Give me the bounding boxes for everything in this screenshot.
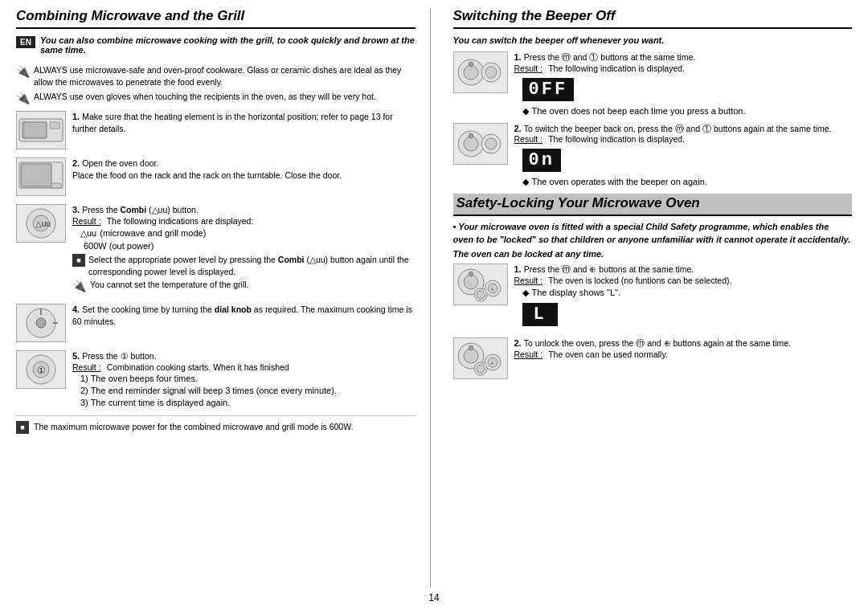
svg-point-24: [464, 137, 478, 151]
safety-sub: The oven can be locked at any time.: [453, 249, 853, 259]
step-img-2: [16, 157, 66, 196]
svg-rect-5: [21, 164, 51, 186]
beeper-step-row-2: 2. To switch the beeper back on, press t…: [453, 123, 853, 188]
beeper-step-2-num: 2.: [514, 124, 522, 133]
step-5-text: Press the ① button.: [82, 351, 156, 361]
safety-step-row-2: + 2. To unlock the oven, press the ⓜ and…: [453, 337, 853, 379]
bottom-note: ■ The maximum microwave power for the co…: [16, 415, 416, 434]
safety-step-row-1: + 1. Press the ⓜ and ⊕ buttons at the sa…: [453, 264, 853, 331]
left-intro: You can also combine microwave cooking w…: [40, 35, 416, 55]
svg-point-30: [469, 272, 473, 276]
en-badge: EN: [16, 36, 35, 48]
safety-step-img-2: +: [453, 337, 508, 379]
step-2-text: Open the oven door.Place the food on the…: [72, 158, 342, 180]
step-row-3: △uu 3. Press the Combi (△uu) button. Res…: [16, 204, 416, 296]
beeper-step-2-result-label: Result :: [514, 134, 543, 144]
svg-text:+: +: [490, 360, 494, 367]
step-3-result-text: The following indications are displayed:: [107, 216, 254, 226]
right-column: Switching the Beeper Off You can switch …: [447, 8, 853, 587]
beeper-step-2-text: To switch the beeper back on, press the …: [524, 124, 832, 133]
beeper-section: Switching the Beeper Off You can switch …: [453, 8, 853, 187]
note-1: 🔌 ALWAYS use microwave-safe and oven-pro…: [16, 64, 416, 88]
step-row-5: ① 5. Press the ① button. Result : Combin…: [16, 350, 416, 407]
step-5-list-1: 1) The oven beeps four times.: [80, 374, 416, 383]
step-5-list-3: 3) The current time is displayed again.: [80, 398, 416, 407]
right-intro: You can switch the beeper off whenever y…: [453, 35, 853, 45]
page: Combining Microwave and the Grill EN You…: [0, 0, 868, 613]
steps-area: 1. Make sure that the heating element is…: [16, 111, 416, 407]
safety-step-1-text: Press the ⓜ and ⊕ buttons at the same ti…: [524, 264, 694, 274]
beeper-step-img-1: [453, 51, 508, 93]
svg-text:①: ①: [37, 365, 46, 376]
svg-point-37: [464, 349, 478, 363]
safety-intro: • Your microwave oven is fitted with a s…: [453, 221, 853, 246]
note-2: 🔌 ALWAYS use oven gloves when touching t…: [16, 91, 416, 104]
beeper-step-row-1: 1. Press the ⓜ and ① buttons at the same…: [453, 51, 853, 116]
svg-text:+: +: [490, 286, 494, 293]
step-3-num: 3.: [72, 205, 80, 215]
step-row-1: 1. Make sure that the heating element is…: [16, 111, 416, 149]
svg-text:△uu: △uu: [35, 219, 51, 228]
beeper-step-1-content: 1. Press the ⓜ and ① buttons at the same…: [514, 51, 853, 116]
beeper-bullet-1: ◆ The oven does not beep each time you p…: [522, 106, 853, 116]
beeper-step-1-result-text: The following indication is displayed.: [548, 63, 685, 73]
page-number: 14: [16, 587, 852, 605]
svg-rect-1: [23, 122, 47, 138]
display-on: 0n: [514, 146, 853, 174]
left-column: Combining Microwave and the Grill EN You…: [16, 8, 431, 587]
step-img-5: ①: [16, 350, 66, 389]
step-4-num: 4.: [72, 304, 80, 314]
step-5-num: 5.: [72, 351, 80, 361]
safety-section: Safety-Locking Your Microwave Oven • You…: [453, 194, 853, 378]
step-img-3: △uu: [16, 204, 66, 243]
beeper-bullet-2: ◆ The oven operates with the beeper on a…: [522, 177, 853, 187]
safety-step-2-result-label: Result :: [514, 349, 543, 359]
note-2-text: ALWAYS use oven gloves when touching the…: [34, 91, 376, 103]
step-3-content: 3. Press the Combi (△uu) button. Result …: [72, 204, 416, 296]
svg-point-12: [36, 318, 46, 328]
svg-point-25: [469, 133, 473, 138]
step-2-num: 2.: [72, 158, 80, 168]
step-5-result-label: Result :: [72, 362, 101, 372]
safety-bullet-1: ◆ The display shows "L".: [522, 288, 853, 298]
right-title: Switching the Beeper Off: [453, 8, 853, 29]
step-5-result-text: Combination cooking starts. When it has …: [107, 362, 289, 372]
svg-point-35: [477, 291, 485, 299]
note-1-text: ALWAYS use microwave-safe and oven-proof…: [34, 64, 416, 88]
safety-step-2-content: 2. To unlock the oven, press the ⓜ and ⊕…: [514, 337, 853, 359]
safety-step-2-num: 2.: [514, 338, 522, 348]
step-3-note2: 🔌 You cannot set the temperature of the …: [72, 279, 416, 292]
step-3-bullet-2: 600W (out power): [80, 241, 416, 251]
svg-point-43: [477, 365, 485, 373]
beeper-step-1-result-label: Result :: [514, 63, 543, 73]
step-5-content: 5. Press the ① button. Result : Combinat…: [72, 350, 416, 407]
svg-rect-6: [51, 183, 61, 188]
svg-point-29: [464, 275, 478, 289]
step-1-num: 1.: [72, 112, 80, 121]
svg-point-19: [464, 65, 478, 80]
safety-step-1-result-text: The oven is locked (no funtions can be s…: [548, 276, 731, 285]
safety-step-1-content: 1. Press the ⓜ and ⊕ buttons at the same…: [514, 264, 853, 331]
sub-note-icon: ■: [72, 254, 85, 267]
svg-point-22: [485, 67, 497, 78]
beeper-step-1-text: Press the ⓜ and ① buttons at the same ti…: [524, 52, 695, 62]
step-5-list-2: 2) The end reminder signal will beep 3 t…: [80, 386, 416, 395]
step-row-4: 4. Set the cooking time by turning the d…: [16, 304, 416, 342]
safety-title: Safety-Locking Your Microwave Oven: [453, 194, 853, 216]
step-1-content: 1. Make sure that the heating element is…: [72, 111, 416, 134]
svg-point-20: [469, 62, 473, 67]
step-4-text: Set the cooking time by turning the dial…: [72, 304, 412, 326]
safety-step-1-num: 1.: [514, 264, 522, 274]
step-3-bullet-1: △uu (microwave and grill mode): [80, 228, 416, 239]
step-1-text: Make sure that the heating element is in…: [72, 112, 393, 133]
step-3-text: Press the Combi (△uu) button.: [82, 205, 199, 215]
step-3-sub-note: ■ Select the appropriate power level by …: [72, 254, 416, 277]
safety-step-2-text: To unlock the oven, press the ⓜ and ⊕ bu…: [524, 338, 791, 348]
step-img-1: [16, 111, 66, 149]
bottom-note-icon: ■: [16, 421, 29, 434]
safety-step-img-1: +: [453, 264, 508, 305]
beeper-step-2-result-text: The following indication is displayed.: [548, 134, 685, 144]
beeper-step-2-content: 2. To switch the beeper back on, press t…: [514, 123, 853, 188]
svg-point-27: [485, 138, 497, 149]
safety-step-2-result-text: The oven can be used normally.: [548, 349, 668, 359]
